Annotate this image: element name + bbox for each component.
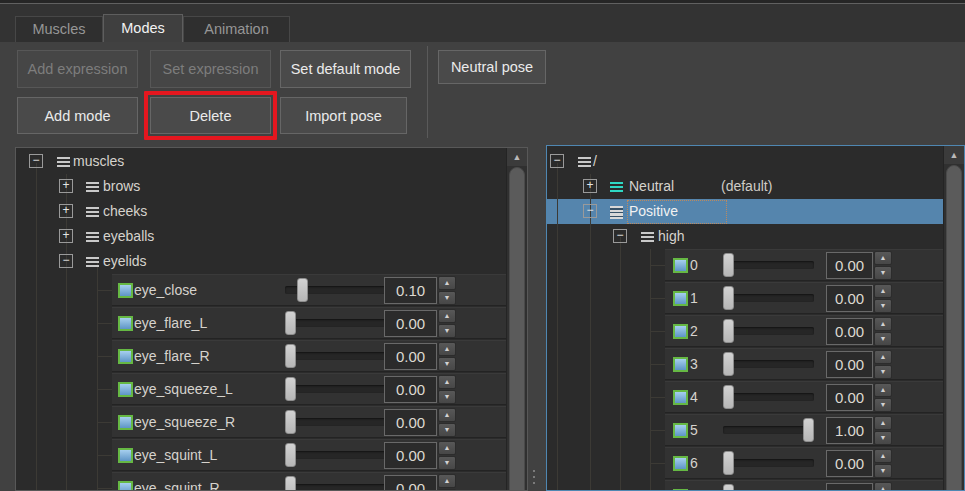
add-mode-button[interactable]: Add mode (17, 97, 138, 134)
value-field[interactable]: 0.00 (826, 252, 873, 279)
spin-up-button[interactable]: ▲ (874, 416, 892, 430)
spin-up-button[interactable]: ▲ (874, 449, 892, 463)
value-field[interactable]: 0.00 (826, 318, 873, 345)
muscle-checkbox[interactable] (118, 382, 133, 397)
panel-splitter-handle[interactable] (530, 466, 538, 490)
channel-slider[interactable] (723, 484, 814, 491)
channel-name[interactable]: 1 (690, 282, 698, 315)
muscle-checkbox[interactable] (118, 283, 133, 298)
slider-handle[interactable] (285, 377, 296, 401)
tree-item-label[interactable]: muscles (73, 149, 124, 174)
slider-handle[interactable] (285, 311, 296, 335)
tree-item-label[interactable]: high (658, 224, 684, 249)
tree-item-label[interactable]: cheeks (103, 199, 147, 224)
spin-up-button[interactable]: ▲ (438, 309, 456, 323)
slider-handle[interactable] (723, 484, 734, 491)
collapse-icon[interactable]: − (583, 204, 597, 218)
muscle-name[interactable]: eye_squeeze_L (134, 373, 233, 406)
collapse-icon[interactable]: − (613, 229, 627, 243)
muscle-name[interactable]: eye_squeeze_R (134, 406, 235, 439)
slider-handle[interactable] (285, 443, 296, 467)
scroll-up-button[interactable]: ▲ (507, 148, 527, 166)
tab-muscles[interactable]: Muscles (15, 16, 103, 42)
spin-down-button[interactable]: ▼ (438, 357, 456, 371)
muscle-checkbox[interactable] (118, 415, 133, 430)
set-expression-button[interactable]: Set expression (150, 50, 271, 88)
tree-item-label[interactable]: Positive (629, 199, 678, 224)
channel-slider[interactable] (723, 385, 814, 409)
neutral-pose-button[interactable]: Neutral pose (438, 50, 546, 84)
channel-name[interactable]: 0 (690, 249, 698, 282)
channel-name[interactable]: 4 (690, 381, 698, 414)
channel-name[interactable]: 6 (690, 447, 698, 480)
tree-item-label[interactable]: eyelids (103, 249, 147, 274)
spin-down-button[interactable]: ▼ (438, 456, 456, 470)
value-field[interactable]: 0.00 (384, 343, 437, 370)
scrollbar-thumb[interactable] (509, 167, 525, 491)
spin-up-button[interactable]: ▲ (438, 276, 456, 290)
channel-slider[interactable] (723, 253, 814, 277)
muscle-checkbox[interactable] (118, 448, 133, 463)
muscle-checkbox[interactable] (118, 316, 133, 331)
slider-handle[interactable] (723, 451, 734, 475)
slider-handle[interactable] (723, 319, 734, 343)
spin-up-button[interactable]: ▲ (874, 350, 892, 364)
slider-handle[interactable] (285, 410, 296, 434)
channel-checkbox[interactable] (673, 357, 688, 372)
spin-up-button[interactable]: ▲ (874, 251, 892, 265)
value-field[interactable]: 0.00 (826, 384, 873, 411)
value-field[interactable]: 0.00 (826, 483, 873, 491)
channel-slider[interactable] (723, 286, 814, 310)
slider-handle[interactable] (297, 278, 308, 302)
value-field[interactable]: 0.00 (384, 376, 437, 403)
muscle-name[interactable]: eye_squint_R (134, 472, 220, 491)
tree-item-label[interactable]: brows (103, 174, 140, 199)
spin-up-button[interactable]: ▲ (438, 408, 456, 422)
muscle-checkbox[interactable] (118, 481, 133, 491)
spin-down-button[interactable]: ▼ (438, 291, 456, 305)
set-default-mode-button[interactable]: Set default mode (280, 50, 411, 88)
channel-checkbox[interactable] (673, 456, 688, 471)
value-field[interactable]: 0.00 (826, 285, 873, 312)
expand-icon[interactable]: + (583, 179, 597, 193)
collapse-icon[interactable]: − (29, 154, 43, 168)
tree-item-label[interactable]: eyeballs (103, 224, 154, 249)
tree-item-label[interactable]: / (593, 149, 597, 174)
collapse-icon[interactable]: − (59, 254, 73, 268)
value-field[interactable]: 0.00 (384, 442, 437, 469)
channel-slider[interactable] (723, 418, 814, 442)
spin-down-button[interactable]: ▼ (874, 332, 892, 346)
channel-slider[interactable] (723, 451, 814, 475)
spin-up-button[interactable]: ▲ (438, 375, 456, 389)
spin-down-button[interactable]: ▼ (874, 398, 892, 412)
expand-icon[interactable]: + (59, 179, 73, 193)
channel-name[interactable]: 7 (690, 480, 698, 491)
muscle-name[interactable]: eye_close (134, 274, 197, 307)
value-field[interactable]: 0.10 (384, 277, 437, 304)
scroll-up-button[interactable]: ▲ (944, 146, 964, 164)
spin-down-button[interactable]: ▼ (874, 266, 892, 280)
spin-down-button[interactable]: ▼ (874, 431, 892, 445)
channel-name[interactable]: 2 (690, 315, 698, 348)
tab-modes[interactable]: Modes (103, 14, 183, 42)
right-scrollbar[interactable]: ▲ (943, 146, 964, 490)
spin-up-button[interactable]: ▲ (438, 441, 456, 455)
channel-checkbox[interactable] (673, 291, 688, 306)
channel-slider[interactable] (723, 352, 814, 376)
spin-down-button[interactable]: ▼ (874, 365, 892, 379)
tree-item-label[interactable]: Neutral (629, 174, 674, 199)
slider-handle[interactable] (723, 286, 734, 310)
value-field[interactable]: 0.00 (384, 475, 437, 491)
spin-up-button[interactable]: ▲ (874, 284, 892, 298)
value-field[interactable]: 0.00 (384, 409, 437, 436)
value-field[interactable]: 0.00 (384, 310, 437, 337)
slider-handle[interactable] (285, 344, 296, 368)
spin-up-button[interactable]: ▲ (438, 474, 456, 488)
add-expression-button[interactable]: Add expression (17, 50, 138, 88)
expand-icon[interactable]: + (59, 229, 73, 243)
import-pose-button[interactable]: Import pose (280, 97, 407, 134)
spin-down-button[interactable]: ▼ (438, 390, 456, 404)
channel-checkbox[interactable] (673, 390, 688, 405)
spin-up-button[interactable]: ▲ (874, 482, 892, 491)
slider-handle[interactable] (723, 385, 734, 409)
